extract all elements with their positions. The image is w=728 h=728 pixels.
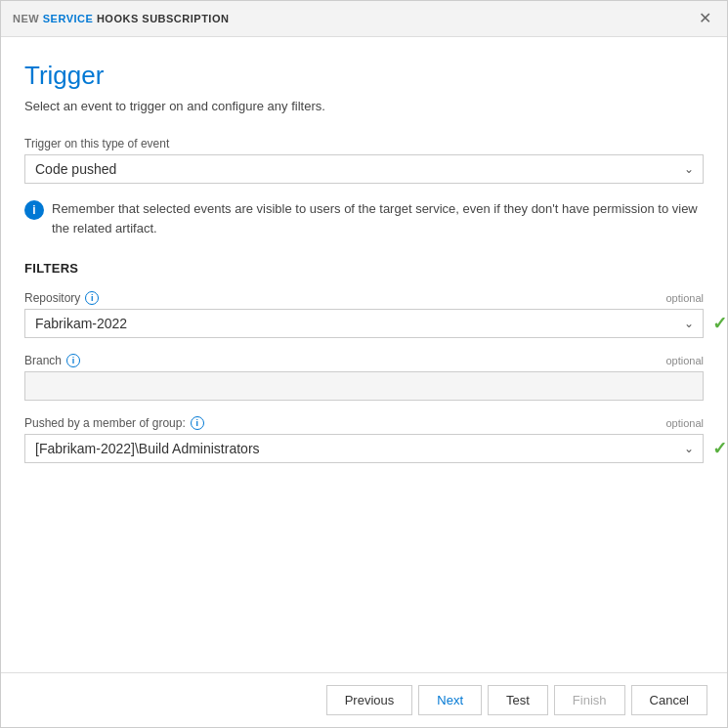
pushed-by-label-left: Pushed by a member of group: i — [24, 416, 204, 430]
filters-section: FILTERS Repository i optional Fabrikam-2… — [24, 261, 704, 463]
dialog-footer: Previous Next Test Finish Cancel — [1, 672, 727, 727]
titlebar: NEW SERVICE HOOKS SUBSCRIPTION ✕ — [1, 1, 727, 37]
filters-heading: FILTERS — [24, 261, 704, 276]
branch-info-icon[interactable]: i — [66, 354, 80, 367]
pushed-by-optional: optional — [665, 417, 704, 429]
event-type-select-wrapper: Code pushed Build completed Work item cr… — [24, 154, 704, 184]
event-type-label: Trigger on this type of event — [24, 137, 704, 150]
repository-optional: optional — [665, 292, 704, 304]
title-subscription: SUBSCRIPTION — [139, 13, 230, 24]
title-hooks: HOOKS — [93, 13, 138, 24]
next-button[interactable]: Next — [418, 685, 482, 715]
branch-label-row: Branch i optional — [24, 354, 704, 367]
repository-checkmark-icon: ✓ — [712, 313, 727, 334]
pushed-by-field: Pushed by a member of group: i optional … — [24, 416, 704, 463]
repository-field: Repository i optional Fabrikam-2022 All … — [24, 291, 704, 338]
test-button[interactable]: Test — [488, 685, 548, 715]
dialog: NEW SERVICE HOOKS SUBSCRIPTION ✕ Trigger… — [0, 0, 728, 728]
info-box: i Remember that selected events are visi… — [24, 199, 704, 237]
pushed-by-label: Pushed by a member of group: — [24, 416, 186, 430]
pushed-by-select-wrapper: [Fabrikam-2022]\Build Administrators ⌄ ✓ — [24, 434, 704, 463]
title-new: NEW — [13, 13, 39, 24]
repository-label-row: Repository i optional — [24, 291, 704, 305]
page-subtitle: Select an event to trigger on and config… — [24, 99, 704, 113]
repository-select-wrapper: Fabrikam-2022 All ⌄ ✓ — [24, 309, 704, 338]
info-message: Remember that selected events are visibl… — [52, 199, 704, 237]
branch-label-left: Branch i — [24, 354, 80, 367]
repository-label: Repository — [24, 291, 80, 305]
info-icon: i — [24, 200, 44, 220]
branch-label: Branch — [24, 354, 62, 367]
pushed-by-info-icon[interactable]: i — [191, 416, 204, 430]
branch-optional: optional — [665, 355, 704, 366]
page-title: Trigger — [24, 61, 704, 91]
branch-input[interactable] — [24, 371, 704, 401]
previous-button[interactable]: Previous — [326, 685, 413, 715]
branch-field: Branch i optional — [24, 354, 704, 401]
event-type-field: Trigger on this type of event Code pushe… — [24, 137, 704, 184]
pushed-by-label-row: Pushed by a member of group: i optional — [24, 416, 704, 430]
close-button[interactable]: ✕ — [695, 9, 715, 28]
finish-button[interactable]: Finish — [554, 685, 625, 715]
pushed-by-checkmark-icon: ✓ — [712, 438, 727, 459]
repository-info-icon[interactable]: i — [85, 291, 99, 305]
cancel-button[interactable]: Cancel — [631, 685, 707, 715]
repository-select[interactable]: Fabrikam-2022 All — [24, 309, 704, 338]
repository-label-left: Repository i — [24, 291, 99, 305]
pushed-by-select[interactable]: [Fabrikam-2022]\Build Administrators — [24, 434, 704, 463]
dialog-content: Trigger Select an event to trigger on an… — [1, 37, 727, 672]
dialog-title: NEW SERVICE HOOKS SUBSCRIPTION — [13, 13, 229, 24]
event-type-select[interactable]: Code pushed Build completed Work item cr… — [24, 154, 704, 184]
title-service: SERVICE — [39, 13, 93, 24]
